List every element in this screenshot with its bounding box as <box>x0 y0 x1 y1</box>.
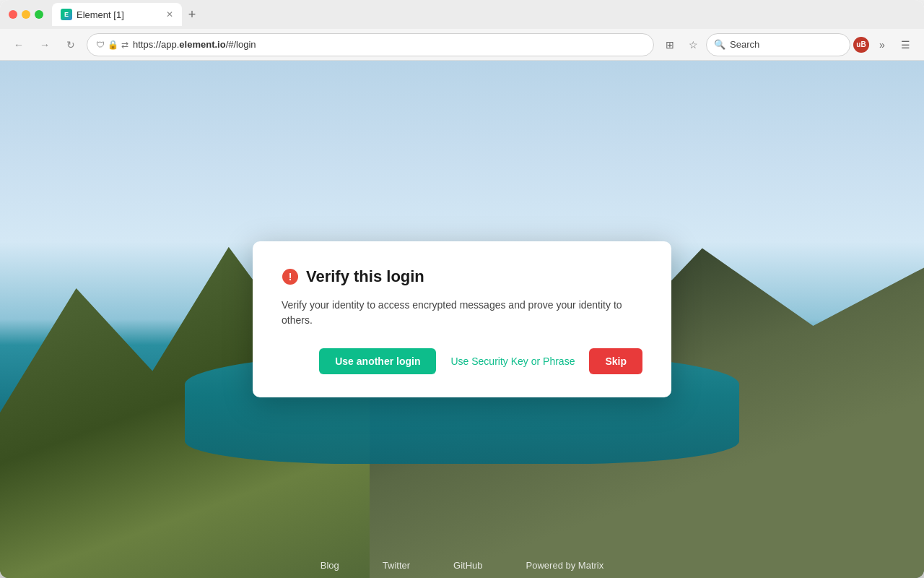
traffic-lights <box>9 10 43 19</box>
search-box[interactable]: 🔍 Search <box>706 33 850 56</box>
ublock-icon[interactable]: uB <box>853 37 869 53</box>
minimize-window-button[interactable] <box>22 10 30 19</box>
close-window-button[interactable] <box>9 10 17 19</box>
toolbar-right: ⊞ ☆ 🔍 Search uB » ☰ <box>660 33 915 56</box>
maximize-window-button[interactable] <box>35 10 43 19</box>
dialog-title-row: ! Verify this login <box>282 267 642 286</box>
dialog-body: Verify your identity to access encrypted… <box>282 298 642 328</box>
back-button[interactable]: ← <box>9 35 29 55</box>
menu-icon[interactable]: ☰ <box>895 35 915 55</box>
lock-icon: 🔒 <box>108 40 118 50</box>
tab-close-button[interactable]: ✕ <box>166 9 173 20</box>
bookmark-icon[interactable]: ☆ <box>683 35 703 55</box>
tab-bar: E Element [1] ✕ + <box>52 3 915 26</box>
reload-button[interactable]: ↻ <box>61 35 81 55</box>
use-security-key-button[interactable]: Use Security Key or Phrase <box>445 348 580 374</box>
browser-tab[interactable]: E Element [1] ✕ <box>52 3 182 26</box>
transfer-icon: ⇄ <box>121 40 128 50</box>
search-label: Search <box>730 39 759 50</box>
url-display: https://app.element.io/#/login <box>133 39 645 50</box>
tab-label: Element [1] <box>77 9 124 20</box>
verify-login-dialog: ! Verify this login Verify your identity… <box>253 241 671 397</box>
page-content: ! Verify this login Verify your identity… <box>0 61 924 578</box>
warning-icon: ! <box>282 268 299 285</box>
use-another-login-button[interactable]: Use another login <box>319 348 436 374</box>
dialog-actions: Use another login Use Security Key or Ph… <box>282 348 642 374</box>
svg-text:!: ! <box>289 271 292 282</box>
extensions-icon[interactable]: » <box>872 35 892 55</box>
address-bar[interactable]: 🛡 🔒 ⇄ https://app.element.io/#/login <box>87 33 654 56</box>
security-icons: 🛡 🔒 ⇄ <box>96 40 128 50</box>
forward-button[interactable]: → <box>35 35 55 55</box>
search-icon: 🔍 <box>714 39 725 50</box>
skip-button[interactable]: Skip <box>589 348 642 374</box>
titlebar: E Element [1] ✕ + <box>0 0 924 29</box>
shield-icon: 🛡 <box>96 40 105 50</box>
browser-window: E Element [1] ✕ + ← → ↻ 🛡 🔒 ⇄ https://ap… <box>0 0 924 578</box>
addressbar-row: ← → ↻ 🛡 🔒 ⇄ https://app.element.io/#/log… <box>0 29 924 61</box>
dialog-overlay: ! Verify this login Verify your identity… <box>0 61 924 578</box>
new-tab-button[interactable]: + <box>182 4 202 25</box>
grid-icon[interactable]: ⊞ <box>660 35 680 55</box>
dialog-title: Verify this login <box>306 267 424 286</box>
tab-favicon: E <box>61 9 72 20</box>
